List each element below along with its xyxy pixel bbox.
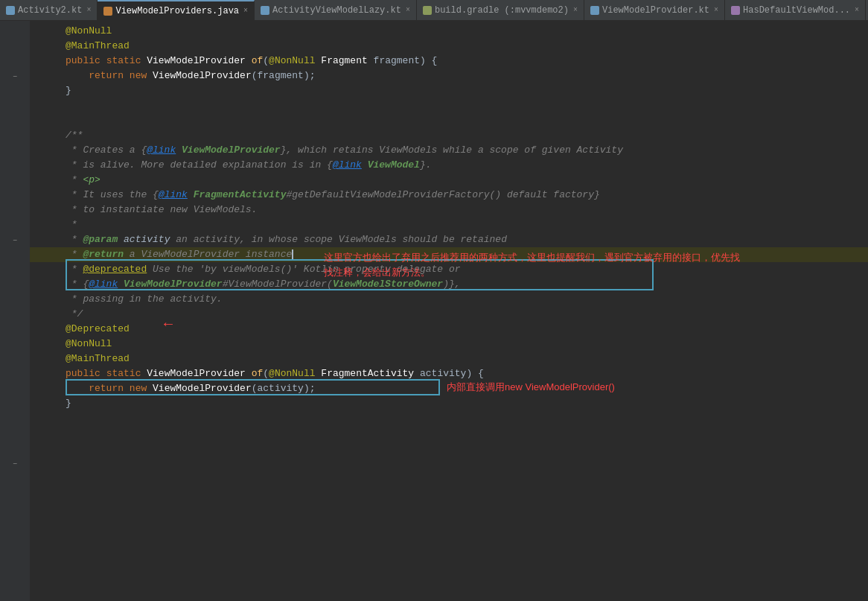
line-code-15: * @param activity an activity, in whose …: [60, 232, 868, 247]
tab-label: ActivityViewModelLazy.kt: [272, 5, 401, 16]
tab-activity2[interactable]: Activity2.kt ×: [0, 0, 98, 20]
line-code-1: @NonNull: [60, 24, 868, 39]
line-code-18: * {@link ViewModelProvider#ViewModelProv…: [60, 277, 868, 292]
line-num-2: [30, 39, 60, 54]
line-5: }: [30, 83, 868, 98]
line-12: * It uses the {@link FragmentActivity#ge…: [30, 188, 868, 203]
line-16: * @return a ViewModelProvider instance: [30, 247, 868, 262]
line-num-7: [30, 113, 60, 128]
line-num-21: [30, 322, 60, 337]
line-3: public static ViewModelProvider of(@NonN…: [30, 54, 868, 69]
line-num-13: [30, 203, 60, 217]
line-23: @MainThread: [30, 352, 868, 366]
line-code-20: */: [60, 307, 868, 322]
line-code-24: public static ViewModelProvider of(@NonN…: [60, 366, 868, 381]
line-code-13: * to instantiate new ViewModels.: [60, 203, 868, 217]
line-num-25: [30, 381, 60, 396]
line-code-2: @MainThread: [60, 39, 868, 54]
line-code-26: }: [60, 396, 868, 411]
tab-close[interactable]: ×: [573, 6, 578, 14]
line-num-24: [30, 366, 60, 381]
line-code-21: @Deprecated: [60, 322, 868, 337]
tab-activityviewmodellazy[interactable]: ActivityViewModelLazy.kt ×: [255, 0, 417, 20]
tab-icon-kt: [6, 6, 15, 15]
line-num-3: [30, 54, 60, 69]
line-code-14: *: [60, 217, 868, 232]
tab-icon-java: [103, 7, 112, 16]
main-layout: − − − @NonNull @MainThread public static…: [0, 21, 868, 601]
line-19: * passing in the activity.: [30, 292, 868, 307]
line-code-4: return new ViewModelProvider(fragment);: [60, 69, 868, 83]
line-code-17: * @deprecated Use the 'by viewModels()' …: [60, 262, 868, 277]
tab-viewmodelproviders[interactable]: ViewModelProviders.java ×: [98, 0, 255, 20]
line-26: }: [30, 396, 868, 411]
tab-close[interactable]: ×: [855, 6, 859, 14]
line-code-7: [60, 113, 868, 128]
tab-icon-kt2: [261, 6, 269, 15]
tab-label: HasDefaultViewMod...: [743, 5, 850, 16]
line-num-17: [30, 262, 60, 277]
line-num-26: [30, 396, 60, 411]
tab-close[interactable]: ×: [406, 6, 410, 14]
line-code-25: return new ViewModelProvider(activity);: [60, 381, 868, 396]
line-1: @NonNull: [30, 24, 868, 39]
code-content: @NonNull @MainThread public static ViewM…: [30, 21, 868, 414]
line-6: [30, 98, 868, 113]
line-num-9: [30, 143, 60, 158]
line-code-8: /**: [60, 128, 868, 143]
line-code-11: * <p>: [60, 173, 868, 188]
line-num-11: [30, 173, 60, 188]
tab-close[interactable]: ×: [714, 6, 718, 14]
line-10: * is alive. More detailed explanation is…: [30, 158, 868, 173]
line-code-5: }: [60, 83, 868, 98]
line-num-4: [30, 69, 60, 83]
tab-label: Activity2.kt: [18, 5, 82, 16]
tab-bar: Activity2.kt × ViewModelProviders.java ×…: [0, 0, 868, 21]
tab-hasdefault[interactable]: HasDefaultViewMod... ×: [725, 0, 866, 20]
tab-viewmodelprovider[interactable]: ViewModelProvider.kt ×: [584, 0, 725, 20]
line-21: @Deprecated: [30, 322, 868, 337]
line-code-16: * @return a ViewModelProvider instance: [60, 247, 868, 262]
line-code-10: * is alive. More detailed explanation is…: [60, 158, 868, 173]
line-8: /**: [30, 128, 868, 143]
fold-icon-3[interactable]: −: [10, 459, 20, 469]
line-code-22: @NonNull: [60, 337, 868, 352]
line-18: * {@link ViewModelProvider#ViewModelProv…: [30, 277, 868, 292]
tab-icon-gradle: [423, 6, 432, 15]
line-num-22: [30, 337, 60, 352]
line-4: return new ViewModelProvider(fragment);: [30, 69, 868, 83]
line-14: *: [30, 217, 868, 232]
line-num-6: [30, 98, 60, 113]
line-num-1: [30, 24, 60, 39]
line-num-16: [30, 247, 60, 262]
line-num-23: [30, 352, 60, 366]
line-code-9: * Creates a {@link ViewModelProvider}, w…: [60, 143, 868, 158]
line-num-18: [30, 277, 60, 292]
line-num-19: [30, 292, 60, 307]
line-num-12: [30, 188, 60, 203]
code-area[interactable]: @NonNull @MainThread public static ViewM…: [30, 21, 868, 601]
line-24: public static ViewModelProvider of(@NonN…: [30, 366, 868, 381]
line-num-15: [30, 232, 60, 247]
gutter-icons: − − −: [0, 21, 30, 469]
tab-icon-i: [731, 6, 740, 15]
tab-buildgradle[interactable]: build.gradle (:mvvmdemo2) ×: [417, 0, 584, 20]
tab-close[interactable]: ×: [86, 6, 91, 14]
tab-label: ViewModelProvider.kt: [602, 5, 709, 16]
line-11: * <p>: [30, 173, 868, 188]
fold-icon-2[interactable]: −: [10, 235, 20, 246]
tab-close[interactable]: ×: [243, 7, 248, 15]
line-code-19: * passing in the activity.: [60, 292, 868, 307]
line-20: */: [30, 307, 868, 322]
line-code-12: * It uses the {@link FragmentActivity#ge…: [60, 188, 868, 203]
line-9: * Creates a {@link ViewModelProvider}, w…: [30, 143, 868, 158]
line-15: * @param activity an activity, in whose …: [30, 232, 868, 247]
line-17: * @deprecated Use the 'by viewModels()' …: [30, 262, 868, 277]
line-num-14: [30, 217, 60, 232]
line-25: return new ViewModelProvider(activity);: [30, 381, 868, 396]
tab-label: build.gradle (:mvvmdemo2): [435, 5, 569, 16]
left-gutter: − − −: [0, 21, 30, 601]
line-num-20: [30, 307, 60, 322]
fold-icon-1[interactable]: −: [10, 71, 20, 82]
line-code-23: @MainThread: [60, 352, 868, 366]
